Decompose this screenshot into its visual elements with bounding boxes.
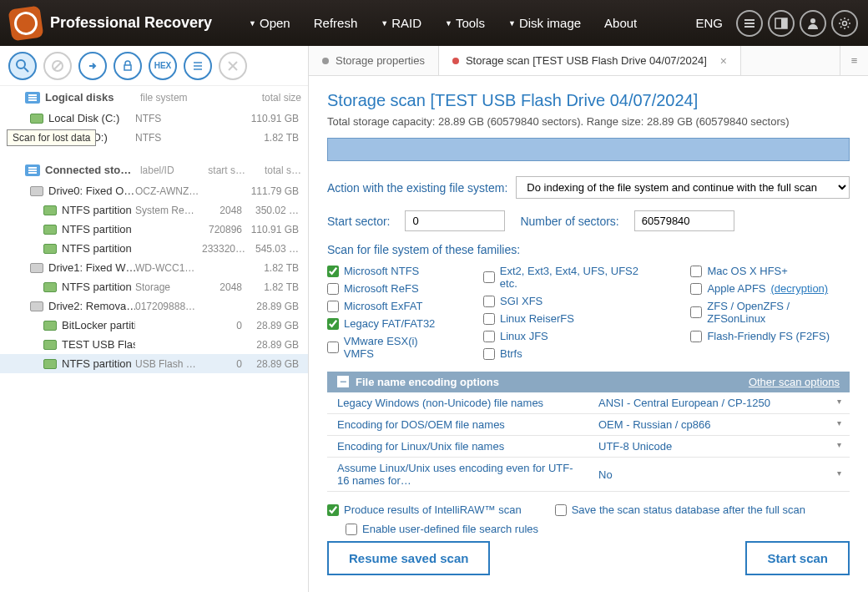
svg-rect-2 bbox=[744, 26, 754, 28]
page-title: Storage scan [TEST USB Flash Drive 04/07… bbox=[327, 91, 850, 110]
list-button[interactable] bbox=[184, 52, 212, 80]
scan-pane: Storage scan [TEST USB Flash Drive 04/07… bbox=[309, 76, 868, 592]
tree-section: Connected sto…label/IDstart s…total s… bbox=[0, 159, 308, 181]
svg-rect-1 bbox=[744, 23, 754, 24]
tree-row[interactable]: BitLocker partiti…028.89 GB bbox=[0, 316, 308, 335]
layout-icon[interactable] bbox=[768, 10, 795, 37]
tree-row[interactable]: NTFS partitionUSB Flash …028.89 GB bbox=[0, 354, 308, 373]
encoding-option-row[interactable]: Encoding for Linux/Unix file namesUTF-8 … bbox=[327, 436, 850, 458]
language-selector[interactable]: ENG bbox=[695, 16, 723, 30]
main-menu: ▼ OpenRefresh▼ RAID▼ Tools▼ Disk imageAb… bbox=[237, 11, 695, 35]
tree-row[interactable]: TEST USB Flash…28.89 GB bbox=[0, 335, 308, 354]
scan-button[interactable] bbox=[8, 52, 37, 80]
encoding-option-row[interactable]: Assume Linux/Unix uses encoding even for… bbox=[327, 458, 850, 492]
fs-checkbox[interactable]: VMware ESX(i) VMFS bbox=[327, 335, 450, 360]
storage-tree: Logical disksfile systemtotal sizeLocal … bbox=[0, 86, 308, 592]
svg-point-7 bbox=[17, 60, 25, 68]
app-title: Professional Recovery bbox=[50, 14, 212, 32]
fs-checkbox[interactable]: Apple APFS (decryption) bbox=[690, 282, 850, 295]
intelliraw-checkbox[interactable]: Produce results of IntelliRAW™ scan bbox=[327, 503, 522, 516]
encoding-options-table: Legacy Windows (non-Unicode) file namesA… bbox=[327, 392, 850, 492]
save-status-checkbox[interactable]: Save the scan status database after the … bbox=[555, 503, 805, 516]
fs-checkbox[interactable]: SGI XFS bbox=[483, 295, 657, 307]
sidebar: HEX Scan for lost data Logical disksfile… bbox=[0, 46, 309, 592]
hex-button[interactable]: HEX bbox=[149, 52, 177, 80]
goto-button[interactable] bbox=[78, 52, 107, 80]
menu-refresh[interactable]: Refresh bbox=[302, 11, 370, 35]
stop-button bbox=[43, 52, 72, 80]
progress-bar bbox=[327, 138, 850, 161]
tooltip: Scan for lost data bbox=[7, 129, 96, 146]
svg-rect-0 bbox=[744, 19, 754, 21]
content-area: Storage propertiesStorage scan [TEST USB… bbox=[309, 46, 868, 592]
fs-checkbox[interactable]: Microsoft ReFS bbox=[327, 282, 450, 295]
tree-row[interactable]: Local Disk (C:)NTFS110.91 GB bbox=[0, 109, 308, 128]
encoding-option-row[interactable]: Encoding for DOS/OEM file namesOEM - Rus… bbox=[327, 414, 850, 436]
collapse-icon[interactable]: − bbox=[337, 376, 349, 387]
resume-scan-button[interactable]: Resume saved scan bbox=[327, 541, 490, 575]
menu-disk-image[interactable]: ▼ Disk image bbox=[497, 11, 593, 35]
other-scan-options-link[interactable]: Other scan options bbox=[749, 376, 840, 388]
fs-checkbox[interactable]: ZFS / OpenZFS / ZFSonLinux bbox=[690, 300, 850, 325]
fs-families-label: Scan for file system of these families: bbox=[327, 243, 850, 256]
tree-row[interactable]: NTFS partition720896110.91 GB bbox=[0, 220, 308, 239]
tab-menu-icon[interactable]: ≡ bbox=[840, 46, 868, 75]
fs-checkbox[interactable]: Linux ReiserFS bbox=[483, 312, 657, 325]
fs-checkbox[interactable]: Microsoft ExFAT bbox=[327, 300, 450, 312]
menu-tools[interactable]: ▼ Tools bbox=[433, 11, 497, 35]
svg-point-6 bbox=[843, 21, 847, 25]
action-select[interactable]: Do indexing of the file system and conti… bbox=[516, 176, 850, 199]
svg-line-10 bbox=[54, 63, 61, 69]
fs-checkbox[interactable]: Mac OS X HFS+ bbox=[690, 265, 850, 277]
user-rules-checkbox[interactable]: Enable user-defined file search rules bbox=[346, 523, 850, 535]
fs-checkbox[interactable]: Ext2, Ext3, Ext4, UFS, UFS2 etc. bbox=[483, 265, 657, 290]
settings-gear-icon[interactable] bbox=[831, 10, 858, 37]
num-sectors-input[interactable] bbox=[634, 210, 734, 231]
top-bar: Professional Recovery ▼ OpenRefresh▼ RAI… bbox=[0, 0, 868, 46]
tab-close-icon[interactable]: × bbox=[720, 54, 727, 68]
close-button bbox=[219, 52, 247, 80]
fs-checkbox[interactable]: Linux JFS bbox=[483, 330, 657, 342]
svg-point-5 bbox=[810, 18, 815, 23]
encoding-option-row[interactable]: Legacy Windows (non-Unicode) file namesA… bbox=[327, 392, 850, 414]
page-subtitle: Total storage capacity: 28.89 GB (605798… bbox=[327, 115, 850, 128]
tree-row[interactable]: NTFS partitionSystem Re…2048350.02 … bbox=[0, 200, 308, 220]
tree-row[interactable]: Drive2: Remova…017209888…28.89 GB bbox=[0, 296, 308, 316]
sidebar-toolbar: HEX bbox=[0, 46, 308, 86]
svg-rect-11 bbox=[124, 65, 131, 70]
svg-rect-4 bbox=[781, 18, 787, 28]
fs-checkbox[interactable]: Legacy FAT/FAT32 bbox=[327, 317, 450, 330]
start-sector-input[interactable] bbox=[405, 210, 505, 231]
tab[interactable]: Storage properties bbox=[309, 46, 439, 75]
encoding-options-header[interactable]: −File name encoding options Other scan o… bbox=[327, 372, 850, 392]
fs-checkbox[interactable]: Btrfs bbox=[483, 347, 657, 360]
action-label: Action with the existing file system: bbox=[327, 181, 507, 195]
tree-row[interactable]: Drive1: Fixed W…WD-WCC1…1.82 TB bbox=[0, 258, 308, 277]
fs-families-grid: Microsoft NTFSMicrosoft ReFSMicrosoft Ex… bbox=[327, 265, 850, 360]
lock-button[interactable] bbox=[114, 52, 142, 80]
menu-about[interactable]: About bbox=[593, 11, 648, 35]
tab[interactable]: Storage scan [TEST USB Flash Drive 04/07… bbox=[439, 46, 741, 75]
tree-row[interactable]: Drive0: Fixed O…OCZ-AWNZ…111.79 GB bbox=[0, 181, 308, 200]
tab-bar: Storage propertiesStorage scan [TEST USB… bbox=[309, 46, 868, 76]
svg-line-8 bbox=[24, 68, 28, 72]
tree-row[interactable]: NTFS partitionStorage20481.82 TB bbox=[0, 277, 308, 296]
menu-raid[interactable]: ▼ RAID bbox=[369, 11, 433, 35]
fs-checkbox[interactable]: Microsoft NTFS bbox=[327, 265, 450, 277]
menu-open[interactable]: ▼ Open bbox=[237, 11, 302, 35]
user-icon[interactable] bbox=[800, 10, 826, 37]
start-scan-button[interactable]: Start scan bbox=[745, 541, 850, 575]
num-sectors-label: Number of sectors: bbox=[520, 215, 618, 228]
decryption-link[interactable]: (decryption) bbox=[771, 282, 829, 295]
tree-section: Logical disksfile systemtotal size bbox=[0, 86, 308, 109]
window-list-icon[interactable] bbox=[736, 10, 763, 37]
tree-row[interactable]: NTFS partition233320…545.03 … bbox=[0, 239, 308, 258]
fs-checkbox[interactable]: Flash-Friendly FS (F2FS) bbox=[690, 330, 850, 342]
app-logo-icon bbox=[8, 5, 44, 41]
start-sector-label: Start sector: bbox=[327, 215, 390, 228]
